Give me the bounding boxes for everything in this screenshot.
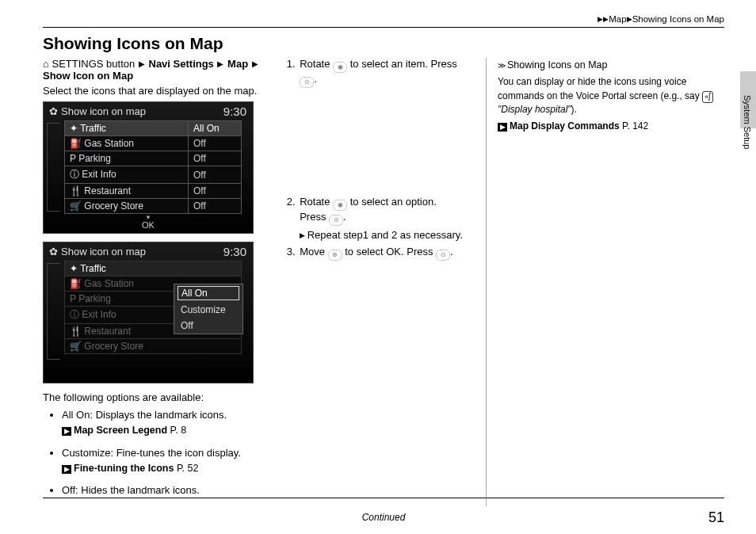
page-number: 51	[708, 509, 724, 526]
sidebar-notes: ≫Showing Icons on Map You can display or…	[486, 58, 724, 506]
options-intro: The following options are available:	[43, 391, 262, 403]
book-icon: ▶	[62, 427, 71, 436]
step-1: Rotate ◉ to select an item. Press ⊙.	[298, 58, 464, 88]
chevron-icon: ≫	[498, 61, 506, 70]
move-icon: ⊕	[328, 250, 342, 261]
nav-path: ⌂ SETTINGS button ▶ Navi Settings ▶ Map …	[43, 58, 262, 82]
option-customize: Customize: Fine-tunes the icon display.	[62, 447, 241, 459]
steps-list: Rotate ◉ to select an item. Press ⊙.	[284, 58, 464, 88]
book-icon: ▶	[498, 123, 507, 132]
step-3: Move ⊕ to select OK. Press ⊙.	[298, 246, 464, 261]
voice-icon: «ʃ	[702, 91, 713, 103]
clock: 9:30	[223, 105, 246, 118]
screenshot-show-icon-list: ✿Show icon on map 9:30 ✦ TrafficAll On ⛽…	[43, 101, 254, 234]
icon-table: ✦ TrafficAll On ⛽ Gas StationOff P Parki…	[64, 120, 242, 214]
gear-icon: ✿	[48, 246, 58, 257]
clock: 9:30	[223, 245, 246, 258]
settings-button-icon: ⌂	[43, 58, 49, 70]
gear-icon: ✿	[48, 105, 58, 117]
continued-label: Continued	[43, 512, 724, 523]
section-label: System Setup	[743, 95, 752, 149]
option-all-on: All On: Displays the landmark icons.	[62, 409, 227, 421]
screenshot-show-icon-popup: ✿Show icon on map 9:30 ✦ Traffic ⛽ Gas S…	[43, 242, 254, 383]
step-2: Rotate ◉ to select an option. Press ⊙. R…	[298, 196, 464, 241]
breadcrumb: ▶▶Map▶Showing Icons on Map	[43, 14, 724, 24]
intro-text: Select the icons that are displayed on t…	[43, 85, 262, 97]
press-icon: ⊙	[300, 77, 314, 88]
option-popup: All On Customize Off	[174, 284, 243, 334]
options-list: All On: Displays the landmark icons. ▶Ma…	[43, 408, 262, 498]
rotate-dial-icon: ◉	[333, 62, 347, 73]
book-icon: ▶	[62, 465, 71, 474]
press-icon: ⊙	[436, 250, 450, 261]
page-title: Showing Icons on Map	[43, 34, 724, 53]
option-off: Off: Hides the landmark icons.	[62, 484, 200, 496]
rotate-dial-icon: ◉	[333, 200, 347, 211]
press-icon: ⊙	[329, 215, 343, 226]
